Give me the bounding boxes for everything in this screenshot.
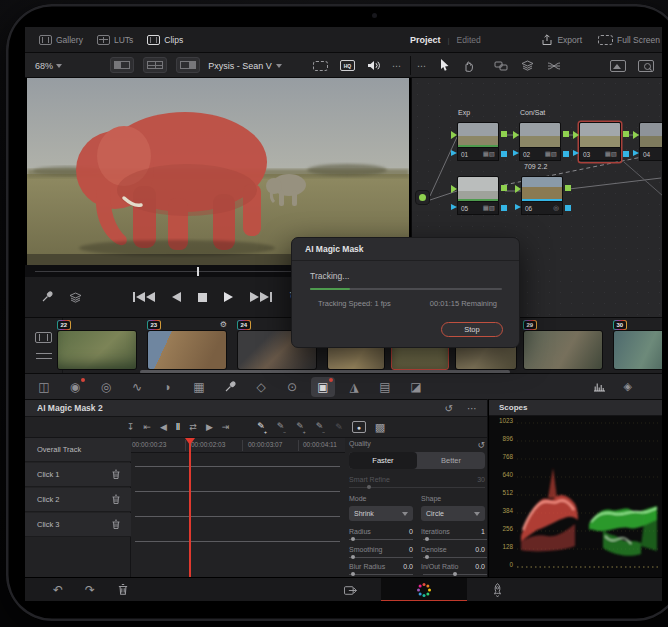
clip-23[interactable]: 23 ⚙	[147, 320, 227, 370]
redo-icon[interactable]: ↷	[85, 583, 95, 597]
timeline-ruler[interactable]: 00:00:00:23 00:00:02:03 00:00:03:07 00:0…	[131, 438, 345, 453]
track-row-click1[interactable]: Click 1	[25, 463, 131, 487]
iterations-slider[interactable]	[423, 539, 487, 540]
clip-title-dropdown[interactable]: Pxysis - Sean V	[165, 53, 325, 78]
panel-options-icon[interactable]: ⋯	[467, 403, 477, 414]
shape-dropdown[interactable]: Circle	[421, 506, 485, 521]
clips-button[interactable]: Clips	[147, 35, 183, 45]
draw-add-icon[interactable]: ✎+	[257, 421, 267, 433]
full-screen-button[interactable]: Full Screen	[598, 35, 660, 45]
export-button[interactable]: Export	[541, 34, 582, 46]
layers-icon[interactable]	[521, 60, 534, 71]
overlay-toggle[interactable]: ●	[352, 421, 366, 433]
hand-tool-icon[interactable]	[463, 59, 475, 72]
grid-viewer-button[interactable]	[143, 57, 167, 73]
window-icon[interactable]: ◇	[249, 377, 273, 397]
clip-22[interactable]: 22	[57, 320, 137, 370]
node-06[interactable]: 06◎	[521, 176, 563, 216]
smart-refine-slider[interactable]	[349, 487, 485, 488]
deliver-page-button[interactable]	[491, 578, 504, 601]
mode-dropdown[interactable]: Shrink	[349, 506, 413, 521]
zoom-level-dropdown[interactable]: 68%	[35, 53, 62, 78]
lightbox-icon[interactable]	[638, 60, 654, 72]
warper-icon[interactable]: ▦	[187, 377, 211, 397]
refine-subtract-icon[interactable]: ✎−	[316, 421, 326, 433]
track-row-click2[interactable]: Click 2	[25, 488, 131, 512]
mixer-icon[interactable]	[547, 61, 561, 71]
color-wheels-icon[interactable]: ◉	[63, 377, 87, 397]
range-out-icon[interactable]: ⇥	[222, 422, 230, 432]
step-forward-icon[interactable]: ▶	[206, 422, 213, 432]
trash-icon[interactable]	[111, 519, 121, 530]
pause-icon[interactable]: ‖	[176, 422, 180, 432]
add-node-icon[interactable]	[494, 61, 508, 71]
wipe-modes-icon[interactable]: ◈	[624, 380, 632, 393]
eyedropper-icon[interactable]	[218, 377, 242, 397]
timeline-playhead-line[interactable]	[189, 438, 191, 577]
step-back-icon[interactable]: ◀	[160, 422, 167, 432]
reset-icon[interactable]: ↺	[445, 403, 453, 414]
skip-first-button[interactable]	[133, 292, 155, 302]
draw-subtract-icon[interactable]: ✎−	[277, 421, 287, 433]
node-05[interactable]: 05▦▧	[457, 176, 499, 216]
track-row-overall[interactable]: Overall Track	[25, 438, 131, 462]
qualifier-icon[interactable]: ◗	[156, 377, 180, 397]
clip-29[interactable]: 29	[523, 320, 603, 370]
blur-icon[interactable]: ◮	[342, 377, 366, 397]
scrubber-playhead[interactable]	[197, 267, 199, 276]
hq-monitor-icon[interactable]: HQ	[340, 60, 355, 71]
clip-30[interactable]: 30	[613, 320, 662, 370]
strip-options-icon[interactable]	[36, 352, 52, 360]
safe-area-icon[interactable]	[313, 61, 328, 71]
inout-ratio-slider[interactable]	[423, 574, 487, 575]
track-point-icon[interactable]: ↧	[127, 422, 135, 432]
gallery-button[interactable]: Gallery	[39, 35, 83, 45]
trash-icon[interactable]	[117, 583, 129, 596]
blur-radius-slider[interactable]	[349, 574, 413, 575]
scopes-icon[interactable]	[593, 381, 606, 392]
pingpong-icon[interactable]: ⇄	[189, 422, 197, 432]
stop-button[interactable]	[198, 293, 207, 302]
source-node[interactable]	[415, 190, 430, 205]
smoothing-slider[interactable]	[349, 557, 413, 558]
gear-icon[interactable]: ⚙	[220, 321, 227, 329]
trash-icon[interactable]	[111, 494, 121, 505]
key-icon[interactable]: ▤	[373, 377, 397, 397]
tracker-icon[interactable]: ⊙	[280, 377, 304, 397]
eyedropper-icon[interactable]	[41, 291, 53, 303]
stop-button[interactable]: Stop	[441, 322, 503, 337]
undo-icon[interactable]: ↶	[53, 583, 63, 597]
hdr-wheels-icon[interactable]: ◎	[94, 377, 118, 397]
reset-icon[interactable]: ↺	[477, 440, 485, 450]
faster-segment[interactable]: Faster	[349, 452, 417, 469]
better-segment[interactable]: Better	[417, 452, 485, 469]
luts-button[interactable]: LUTs	[97, 35, 133, 45]
color-page-button[interactable]	[381, 578, 467, 601]
range-in-icon[interactable]: ⇤	[143, 422, 151, 432]
project-breadcrumb[interactable]: Project | Edited	[410, 27, 481, 53]
single-viewer-button[interactable]	[110, 57, 134, 73]
matte-view-icon[interactable]: ▩	[375, 421, 385, 434]
step-back-button[interactable]	[172, 292, 181, 302]
curves-icon[interactable]: ∿	[125, 377, 149, 397]
denoise-slider[interactable]	[423, 557, 487, 558]
play-button[interactable]	[224, 292, 233, 302]
refine-add-icon[interactable]: ✎+	[296, 421, 306, 433]
cut-page-button[interactable]	[343, 578, 359, 601]
skip-last-button[interactable]	[250, 292, 272, 302]
camera-raw-icon[interactable]: ◫	[32, 377, 56, 397]
node-03-selected[interactable]: 03▦▧	[579, 122, 621, 162]
track-row-click3[interactable]: Click 3	[25, 513, 131, 537]
node-01[interactable]: 01▦▧	[457, 122, 499, 162]
viewer-options-icon[interactable]: ⋯	[392, 61, 402, 71]
filmstrip-icon[interactable]	[35, 332, 52, 343]
trash-icon[interactable]	[111, 469, 121, 480]
node-02[interactable]: 02▦▧	[519, 122, 561, 162]
magic-mask-icon[interactable]: ▣	[311, 377, 335, 397]
node-04[interactable]: 04▦▧	[639, 122, 662, 162]
layers-icon[interactable]	[69, 292, 82, 303]
lut-preview-icon[interactable]	[610, 60, 626, 72]
node-options-icon[interactable]: ⋯	[417, 61, 427, 71]
speaker-icon[interactable]	[367, 60, 380, 71]
effects-icon[interactable]: ◪	[404, 377, 428, 397]
